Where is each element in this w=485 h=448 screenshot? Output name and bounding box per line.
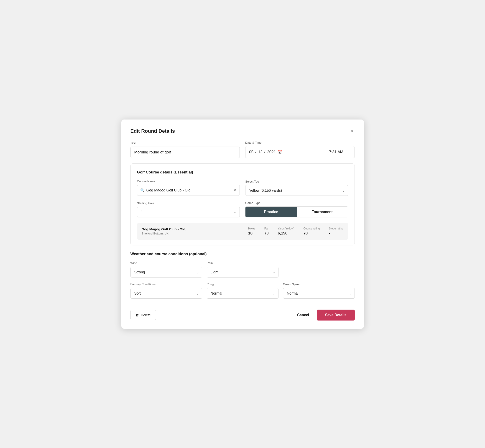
course-rating-value: 70 <box>303 231 308 236</box>
par-value: 70 <box>264 231 269 236</box>
game-type-label: Game Type <box>245 201 348 205</box>
course-name-group: Course Name 🔍 ✕ <box>137 180 240 196</box>
edit-round-modal: Edit Round Details × Title Date & Time 0… <box>121 120 364 329</box>
green-speed-dropdown[interactable]: Slow Normal Fast Very Fast <box>283 288 355 299</box>
course-info-location: Shelford Bottom, UK <box>142 232 192 235</box>
course-info-box: Gog Magog Golf Club - Old, Shelford Bott… <box>137 223 348 240</box>
date-day: 12 <box>258 150 263 154</box>
fairway-label: Fairway Conditions <box>130 282 156 286</box>
rough-wrapper: Short Normal Long Very Long ⌄ <box>207 288 278 299</box>
title-datetime-row: Title Date & Time 05 / 12 / 2021 📅 7:31 … <box>130 141 355 158</box>
slope-rating-label: Slope rating <box>329 227 343 230</box>
select-tee-dropdown[interactable]: Yellow (6,156 yards) White (6,500 yards)… <box>245 185 348 196</box>
green-speed-group: Green Speed Slow Normal Fast Very Fast ⌄ <box>283 282 355 299</box>
date-time-row: 05 / 12 / 2021 📅 7:31 AM <box>245 146 355 158</box>
date-month: 05 <box>249 150 253 154</box>
course-stats: Holes 18 Par 70 Yards(Yellow) 6,156 Cour… <box>192 227 344 236</box>
yards-value: 6,156 <box>278 231 288 236</box>
course-name-input[interactable] <box>137 185 240 196</box>
starting-hole-group: Starting Hole 1 2 10 ⌄ <box>137 201 240 217</box>
trash-icon: 🗑 <box>136 313 139 317</box>
time-part[interactable]: 7:31 AM <box>318 146 355 158</box>
holes-label: Holes <box>248 227 255 230</box>
yards-label: Yards(Yellow) <box>278 227 294 230</box>
rain-dropdown[interactable]: None Light Moderate Heavy <box>207 267 278 278</box>
par-label: Par <box>264 227 269 230</box>
stat-course-rating: Course rating 70 <box>303 227 320 236</box>
select-tee-wrapper: Yellow (6,156 yards) White (6,500 yards)… <box>245 185 348 196</box>
rain-group: Rain None Light Moderate Heavy ⌄ <box>207 261 278 278</box>
datetime-group: Date & Time 05 / 12 / 2021 📅 7:31 AM <box>245 141 355 158</box>
modal-header: Edit Round Details × <box>130 128 355 135</box>
close-button[interactable]: × <box>350 128 355 135</box>
course-info-name: Gog Magog Golf Club - Old, Shelford Bott… <box>142 227 192 235</box>
wind-label: Wind <box>130 261 137 265</box>
wind-wrapper: Calm Light Moderate Strong Very Strong ⌄ <box>130 267 202 278</box>
slope-rating-value: - <box>329 231 330 236</box>
wind-dropdown[interactable]: Calm Light Moderate Strong Very Strong <box>130 267 202 278</box>
tournament-button[interactable]: Tournament <box>297 207 348 217</box>
course-info-name-text: Gog Magog Golf Club - Old, <box>142 227 192 231</box>
delete-label: Delete <box>141 313 151 317</box>
practice-button[interactable]: Practice <box>245 207 297 217</box>
title-label: Title <box>130 141 240 145</box>
green-speed-wrapper: Slow Normal Fast Very Fast ⌄ <box>283 288 355 299</box>
wind-group: Wind Calm Light Moderate Strong Very Str… <box>130 261 202 278</box>
wind-rain-row: Wind Calm Light Moderate Strong Very Str… <box>130 261 355 278</box>
course-name-label: Course Name <box>137 180 240 183</box>
delete-button[interactable]: 🗑 Delete <box>130 310 156 320</box>
clear-icon[interactable]: ✕ <box>233 188 237 193</box>
green-speed-label: Green Speed <box>283 282 300 286</box>
cancel-button[interactable]: Cancel <box>295 310 311 320</box>
date-sep1: / <box>255 150 256 154</box>
starting-hole-label: Starting Hole <box>137 201 240 205</box>
footer-right: Cancel Save Details <box>295 310 355 320</box>
rough-group: Rough Short Normal Long Very Long ⌄ <box>207 282 278 299</box>
select-tee-group: Select Tee Yellow (6,156 yards) White (6… <box>245 180 348 196</box>
calendar-icon: 📅 <box>278 150 283 155</box>
course-rating-label: Course rating <box>303 227 320 230</box>
fairway-rough-green-row: Fairway Conditions Firm Normal Soft Wet … <box>130 282 355 299</box>
footer-row: 🗑 Delete Cancel Save Details <box>130 306 355 320</box>
starting-hole-dropdown[interactable]: 1 2 10 <box>137 207 240 217</box>
stat-holes: Holes 18 <box>248 227 255 236</box>
date-part[interactable]: 05 / 12 / 2021 📅 <box>245 146 318 158</box>
stat-slope-rating: Slope rating - <box>329 227 343 236</box>
stat-yards: Yards(Yellow) 6,156 <box>278 227 294 236</box>
fairway-dropdown[interactable]: Firm Normal Soft Wet <box>130 288 202 299</box>
datetime-label: Date & Time <box>245 141 355 144</box>
fairway-group: Fairway Conditions Firm Normal Soft Wet … <box>130 282 202 299</box>
golf-course-section: Golf Course details (Essential) Course N… <box>130 163 355 245</box>
rough-label: Rough <box>207 282 215 286</box>
holes-value: 18 <box>248 231 252 236</box>
weather-section: Weather and course conditions (optional)… <box>130 252 355 299</box>
date-year: 2021 <box>267 150 276 154</box>
search-icon: 🔍 <box>140 188 145 192</box>
modal-title: Edit Round Details <box>130 128 175 134</box>
course-tee-row: Course Name 🔍 ✕ Select Tee Yellow (6,156… <box>137 180 348 196</box>
course-search-wrapper: 🔍 ✕ <box>137 185 240 196</box>
game-type-group: Game Type Practice Tournament <box>245 201 348 217</box>
hole-gametype-row: Starting Hole 1 2 10 ⌄ Game Type Practic… <box>137 201 348 217</box>
weather-section-title: Weather and course conditions (optional) <box>130 252 355 256</box>
date-sep2: / <box>264 150 266 154</box>
fairway-wrapper: Firm Normal Soft Wet ⌄ <box>130 288 202 299</box>
title-input[interactable] <box>130 147 240 158</box>
game-type-toggle: Practice Tournament <box>245 207 348 217</box>
save-button[interactable]: Save Details <box>317 310 355 320</box>
select-tee-label: Select Tee <box>245 180 348 183</box>
rain-label: Rain <box>207 261 213 265</box>
rain-wrapper: None Light Moderate Heavy ⌄ <box>207 267 278 278</box>
golf-course-section-title: Golf Course details (Essential) <box>137 170 348 175</box>
time-value: 7:31 AM <box>329 150 343 154</box>
title-group: Title <box>130 141 240 158</box>
stat-par: Par 70 <box>264 227 269 236</box>
rough-dropdown[interactable]: Short Normal Long Very Long <box>207 288 278 299</box>
starting-hole-wrapper: 1 2 10 ⌄ <box>137 207 240 217</box>
